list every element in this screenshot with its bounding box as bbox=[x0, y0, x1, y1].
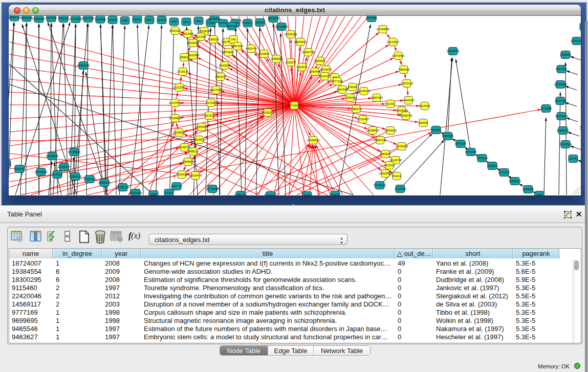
svg-text:1093: 1093 bbox=[150, 193, 157, 195]
svg-text:9329966: 9329966 bbox=[560, 53, 571, 56]
svg-text:18807249: 18807249 bbox=[374, 139, 387, 142]
svg-text:26053346: 26053346 bbox=[77, 64, 90, 67]
svg-text:14353594: 14353594 bbox=[195, 125, 208, 128]
svg-text:12093852: 12093852 bbox=[554, 83, 567, 86]
svg-text:9777169: 9777169 bbox=[332, 80, 343, 83]
svg-text:17957253: 17957253 bbox=[83, 178, 96, 181]
svg-text:2087682: 2087682 bbox=[366, 16, 377, 19]
svg-text:9474444: 9474444 bbox=[465, 150, 476, 154]
svg-text:23495754: 23495754 bbox=[400, 114, 412, 117]
svg-text:7357224: 7357224 bbox=[226, 25, 237, 28]
svg-text:76164: 76164 bbox=[165, 191, 173, 194]
svg-text:546: 546 bbox=[231, 38, 235, 41]
svg-text:15809948: 15809948 bbox=[182, 160, 194, 163]
svg-text:15751074: 15751074 bbox=[571, 39, 581, 42]
svg-text:9457771: 9457771 bbox=[171, 185, 182, 188]
svg-text:8463: 8463 bbox=[304, 194, 310, 195]
svg-text:19384554: 19384554 bbox=[307, 139, 320, 142]
svg-text:19166825: 19166825 bbox=[173, 131, 186, 134]
svg-text:10653267: 10653267 bbox=[33, 17, 46, 20]
svg-text:30245374: 30245374 bbox=[358, 90, 371, 93]
svg-text:3215958: 3215958 bbox=[540, 107, 552, 110]
svg-text:10977: 10977 bbox=[145, 18, 154, 21]
svg-text:15716485: 15716485 bbox=[206, 187, 219, 190]
svg-text:20876: 20876 bbox=[108, 18, 117, 21]
svg-text:16914479: 16914479 bbox=[189, 174, 202, 177]
svg-text:14136141: 14136141 bbox=[374, 184, 386, 187]
svg-text:8938928: 8938928 bbox=[442, 135, 453, 138]
svg-text:13226058: 13226058 bbox=[198, 30, 211, 33]
svg-text:10973493: 10973493 bbox=[392, 54, 405, 57]
svg-text:98961: 98961 bbox=[180, 56, 188, 59]
svg-text:1362615: 1362615 bbox=[296, 65, 308, 69]
svg-text:1588520: 1588520 bbox=[271, 57, 282, 60]
svg-text:699695: 699695 bbox=[419, 121, 428, 124]
svg-text:16048784: 16048784 bbox=[447, 50, 460, 53]
svg-text:62160: 62160 bbox=[386, 102, 395, 105]
svg-text:18640910: 18640910 bbox=[294, 40, 307, 43]
svg-text:19654983: 19654983 bbox=[169, 117, 182, 120]
svg-text:1065: 1065 bbox=[122, 19, 128, 22]
svg-text:1990448: 1990448 bbox=[309, 70, 320, 73]
svg-text:12923446: 12923446 bbox=[129, 191, 142, 194]
svg-text:2718176: 2718176 bbox=[177, 70, 188, 73]
svg-text:10719155: 10719155 bbox=[70, 17, 82, 20]
svg-text:18724007: 18724007 bbox=[288, 104, 301, 107]
svg-text:9498222: 9498222 bbox=[187, 150, 199, 153]
svg-text:2867608: 2867608 bbox=[232, 45, 243, 48]
svg-text:12942737: 12942737 bbox=[58, 165, 71, 168]
svg-text:15692971: 15692971 bbox=[557, 129, 570, 132]
svg-text:1527602: 1527602 bbox=[46, 16, 57, 19]
svg-text:15720407: 15720407 bbox=[357, 118, 369, 121]
svg-text:12975115: 12975115 bbox=[401, 82, 413, 85]
svg-text:9245652: 9245652 bbox=[522, 188, 534, 191]
svg-text:12923446: 12923446 bbox=[264, 194, 277, 195]
svg-text:8427552: 8427552 bbox=[210, 89, 222, 92]
svg-text:16210643: 16210643 bbox=[555, 115, 568, 118]
svg-text:9227343: 9227343 bbox=[556, 68, 567, 71]
svg-text:12505135: 12505135 bbox=[69, 175, 82, 178]
svg-text:7955812: 7955812 bbox=[314, 59, 325, 62]
svg-text:9684067: 9684067 bbox=[380, 152, 391, 156]
svg-text:6879197: 6879197 bbox=[455, 142, 466, 145]
svg-text:7986372: 7986372 bbox=[351, 107, 362, 111]
svg-text:8113: 8113 bbox=[183, 20, 189, 24]
svg-text:116753: 116753 bbox=[569, 157, 578, 160]
svg-text:9342: 9342 bbox=[171, 20, 177, 23]
svg-text:8813054: 8813054 bbox=[268, 17, 279, 20]
svg-text:8454749: 8454749 bbox=[246, 47, 257, 50]
svg-text:12213383: 12213383 bbox=[173, 86, 186, 89]
svg-text:14463627: 14463627 bbox=[402, 99, 415, 102]
svg-text:16782759: 16782759 bbox=[117, 186, 129, 189]
svg-text:10543362: 10543362 bbox=[187, 41, 200, 45]
svg-text:1244415: 1244415 bbox=[555, 99, 566, 102]
svg-text:2935114: 2935114 bbox=[476, 157, 487, 160]
svg-text:8471676: 8471676 bbox=[498, 171, 510, 174]
svg-text:12213967: 12213967 bbox=[387, 40, 400, 43]
svg-text:3915154: 3915154 bbox=[14, 167, 25, 170]
svg-text:465001: 465001 bbox=[9, 162, 11, 165]
svg-text:7632621: 7632621 bbox=[487, 164, 498, 167]
svg-text:417006: 417006 bbox=[206, 101, 216, 104]
svg-text:20413: 20413 bbox=[331, 193, 339, 195]
svg-text:21364436: 21364436 bbox=[344, 96, 357, 99]
svg-text:99220: 99220 bbox=[256, 21, 264, 24]
svg-text:746206: 746206 bbox=[348, 85, 358, 89]
svg-text:2803144: 2803144 bbox=[215, 75, 226, 78]
svg-text:6021: 6021 bbox=[195, 19, 202, 23]
svg-text:3875645: 3875645 bbox=[223, 51, 234, 54]
svg-text:30551: 30551 bbox=[244, 21, 252, 25]
svg-text:20206535: 20206535 bbox=[46, 155, 59, 158]
svg-text:3267130: 3267130 bbox=[204, 114, 215, 117]
svg-text:13325419: 13325419 bbox=[285, 33, 297, 36]
svg-text:7625402: 7625402 bbox=[176, 173, 187, 176]
svg-text:16961758: 16961758 bbox=[302, 51, 315, 54]
svg-text:114519: 114519 bbox=[53, 173, 62, 176]
svg-text:1733426: 1733426 bbox=[395, 187, 406, 190]
svg-text:8186323: 8186323 bbox=[208, 38, 219, 41]
svg-text:17016504: 17016504 bbox=[559, 143, 572, 146]
svg-text:9242848: 9242848 bbox=[219, 64, 230, 67]
svg-text:3660124: 3660124 bbox=[169, 29, 181, 32]
svg-text:23302073: 23302073 bbox=[262, 111, 274, 114]
svg-text:20691406: 20691406 bbox=[20, 16, 33, 19]
